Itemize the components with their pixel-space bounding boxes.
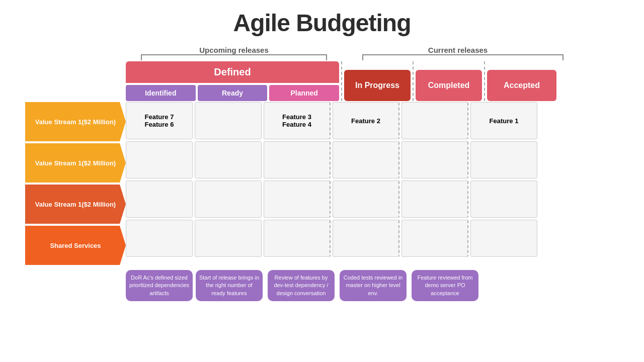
- data-grid: Feature 7 Feature 6 Feature 3 Feature 4 …: [126, 102, 619, 265]
- cell-row2-planned: [264, 141, 331, 178]
- cell-row2-accepted: [470, 141, 537, 178]
- cell-row4-accepted: [470, 220, 537, 257]
- data-section: Value Stream 1($2 Million) Value Stream …: [25, 102, 619, 265]
- cell-row4-ready: [195, 220, 262, 257]
- page-title: Agile Budgeting: [233, 9, 411, 37]
- table-row: [126, 180, 619, 218]
- vs-label-4: Shared Services: [25, 226, 126, 265]
- cell-row3-ready: [195, 180, 262, 218]
- current-release-label: Current releases: [347, 46, 569, 60]
- accepted-header: Accepted: [487, 70, 556, 101]
- identified-header: Identified: [126, 85, 196, 101]
- cell-row3-inprogress: [333, 180, 399, 218]
- cell-row1-ready: [195, 102, 262, 139]
- cell-row2-inprogress: [333, 141, 399, 178]
- tooltip-2: Start of release brings in the right num…: [196, 270, 263, 301]
- completed-column-header: Completed: [416, 61, 485, 101]
- cell-row4-inprogress: [333, 220, 399, 257]
- ready-header: Ready: [198, 85, 268, 101]
- tooltip-5: Feature reviewed from demo server PO acc…: [412, 270, 478, 301]
- cell-row2-ready: [195, 141, 262, 178]
- cell-row3-identified: [126, 180, 193, 218]
- upcoming-release-label: Upcoming releases: [126, 46, 342, 60]
- cell-row1-identified: Feature 7 Feature 6: [126, 102, 193, 139]
- header-row: Defined Identified Ready Planned In Prog…: [25, 61, 619, 101]
- cell-row1-planned: Feature 3 Feature 4: [264, 102, 331, 139]
- cell-row4-completed: [401, 220, 468, 257]
- cell-row3-completed: [401, 180, 468, 218]
- cell-row3-planned: [264, 180, 331, 218]
- cell-row2-completed: [401, 141, 468, 178]
- completed-header: Completed: [416, 70, 482, 101]
- page-container: Agile Budgeting Upcoming releases Curren…: [0, 0, 644, 362]
- tooltip-1: DoR Ac's defined sized prioritized depen…: [126, 270, 193, 301]
- cell-row2-identified: [126, 141, 193, 178]
- defined-header: Defined: [126, 61, 339, 83]
- cell-row4-planned: [264, 220, 331, 257]
- cell-row1-inprogress: Feature 2: [333, 102, 399, 139]
- tooltip-4: Coded tests reviewed in master on higher…: [340, 270, 407, 301]
- main-content: Upcoming releases Current releases Defin…: [0, 46, 644, 362]
- vs-label-1: Value Stream 1($2 Million): [25, 102, 126, 141]
- vs-labels-col: Value Stream 1($2 Million) Value Stream …: [25, 102, 126, 265]
- release-labels-row: Upcoming releases Current releases: [25, 46, 619, 60]
- vs-label-3: Value Stream 1($2 Million): [25, 185, 126, 224]
- tooltips-row: DoR Ac's defined sized prioritized depen…: [25, 270, 619, 301]
- tooltip-3: Review of features by dev-test dependenc…: [268, 270, 335, 301]
- vs-label-2: Value Stream 1($2 Million): [25, 143, 126, 183]
- in-progress-column-header: In Progress: [344, 61, 414, 101]
- cell-row1-completed: [401, 102, 468, 139]
- sub-headers: Identified Ready Planned: [126, 83, 339, 101]
- upcoming-bracket: [141, 54, 327, 60]
- table-row: [126, 220, 619, 257]
- planned-header: Planned: [269, 85, 339, 101]
- cell-row3-accepted: [470, 180, 537, 218]
- accepted-column-header: Accepted: [487, 61, 556, 101]
- table-row: Feature 7 Feature 6 Feature 3 Feature 4 …: [126, 102, 619, 139]
- defined-column-header: Defined Identified Ready Planned: [126, 61, 342, 101]
- table-row: [126, 141, 619, 178]
- current-bracket: [362, 54, 564, 60]
- cell-row4-identified: [126, 220, 193, 257]
- in-progress-header: In Progress: [344, 70, 411, 101]
- cell-row1-accepted: Feature 1: [470, 102, 537, 139]
